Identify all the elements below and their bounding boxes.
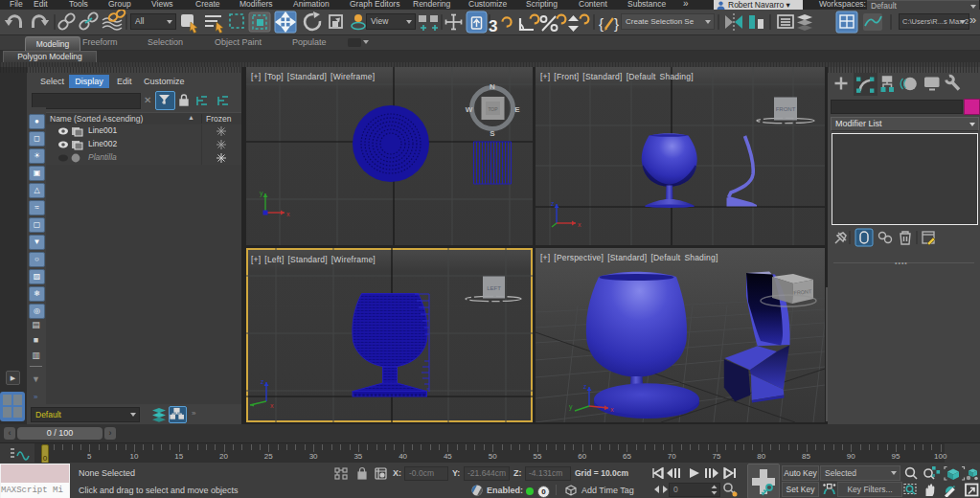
svg-text:x: x bbox=[578, 221, 581, 228]
svg-text:z: z bbox=[261, 378, 264, 385]
svg-text:LEFT: LEFT bbox=[487, 285, 501, 291]
svg-text:}: } bbox=[614, 15, 619, 32]
svg-text:3: 3 bbox=[489, 17, 497, 34]
svg-text:N: N bbox=[490, 82, 495, 91]
svg-text:y: y bbox=[260, 190, 263, 197]
svg-text:E: E bbox=[514, 105, 520, 114]
svg-text:z: z bbox=[551, 200, 555, 207]
svg-text:y: y bbox=[569, 403, 573, 411]
svg-text:x: x bbox=[286, 211, 290, 217]
svg-text:S: S bbox=[490, 129, 495, 138]
svg-text:TOP: TOP bbox=[488, 106, 498, 112]
svg-text:{: { bbox=[599, 15, 604, 32]
svg-text:x: x bbox=[610, 406, 614, 413]
svg-text:W: W bbox=[466, 105, 473, 114]
svg-text:FRONT: FRONT bbox=[776, 106, 796, 112]
svg-text:z: z bbox=[583, 383, 587, 390]
svg-text:x: x bbox=[270, 402, 274, 409]
